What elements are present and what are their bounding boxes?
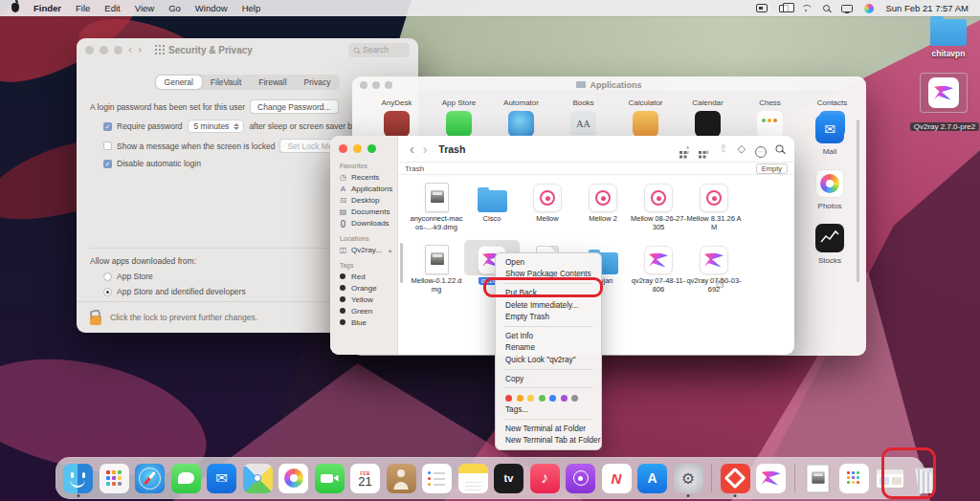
dock-contacts[interactable] xyxy=(386,461,417,495)
checkbox-checked[interactable]: ✓ xyxy=(103,160,112,168)
sidebar-item-documents[interactable]: ▤Documents xyxy=(330,206,397,217)
dock-mail[interactable]: ✉ xyxy=(206,461,237,495)
unlocked-padlock-icon[interactable] xyxy=(90,316,101,325)
sidebar-tag-blue[interactable]: Blue xyxy=(330,316,397,328)
dock-finder[interactable] xyxy=(62,461,94,495)
dock-minimized-window[interactable] xyxy=(874,461,905,495)
menu-finder[interactable]: Finder xyxy=(33,3,61,13)
app-icon[interactable] xyxy=(757,111,783,137)
empty-trash-button[interactable]: Empty xyxy=(756,163,788,174)
menu-item-open[interactable]: Open xyxy=(496,256,601,269)
mission-control-icon[interactable] xyxy=(779,5,789,12)
app-mellow[interactable]: Mellow xyxy=(520,178,575,224)
dock-music[interactable]: ♪ xyxy=(529,461,561,495)
dock-podcasts[interactable] xyxy=(565,461,596,495)
sidebar-item-desktop[interactable]: ⊡Desktop xyxy=(330,194,397,206)
menu-go[interactable]: Go xyxy=(168,3,181,13)
back-button[interactable]: ‹ xyxy=(128,45,132,54)
scrollbar[interactable] xyxy=(857,120,859,282)
app-mellow-4[interactable]: Mellow 8.31.26 AM xyxy=(686,178,742,231)
input-source-icon[interactable] xyxy=(756,4,768,12)
menu-edit[interactable]: Edit xyxy=(104,3,120,13)
dock-app-store[interactable]: A xyxy=(636,461,668,495)
app-icon[interactable] xyxy=(508,111,534,137)
back-button[interactable]: ‹ xyxy=(410,143,414,155)
tab-filevault[interactable]: FileVault xyxy=(202,76,250,89)
tag-color-purple[interactable] xyxy=(561,395,568,402)
menu-window[interactable]: Window xyxy=(195,3,228,13)
tag-color-yellow[interactable] xyxy=(527,395,534,402)
tag-color-blue[interactable] xyxy=(549,395,556,402)
menu-item-new-terminal-tab[interactable]: New Terminal Tab at Folder xyxy=(496,435,601,447)
menu-clock[interactable]: Sun Feb 21 7:57 AM xyxy=(885,3,969,13)
books-app-icon[interactable]: AA xyxy=(570,111,596,137)
desktop-icon-qv2ray-label[interactable]: Qv2ray 2.7.0-pre2 xyxy=(905,116,980,133)
zoom-button[interactable] xyxy=(114,46,122,54)
sidebar-item-downloads[interactable]: ↓Downloads xyxy=(330,217,397,229)
menu-item-copy[interactable]: Copy xyxy=(496,373,601,385)
search-field[interactable]: Search xyxy=(348,43,410,57)
radio-selected[interactable] xyxy=(103,288,112,296)
app-label-contacts[interactable]: Contacts xyxy=(801,98,863,107)
menu-item-get-info[interactable]: Get Info xyxy=(496,330,601,342)
menu-item-rename[interactable]: Rename xyxy=(496,342,601,355)
menu-file[interactable]: File xyxy=(76,3,90,13)
share-icon[interactable]: ⇧ xyxy=(719,142,727,155)
dock-downloads-stack[interactable] xyxy=(838,461,870,495)
dock-dmg-file[interactable] xyxy=(802,461,834,495)
sidebar-tag-red[interactable]: Red xyxy=(330,271,397,282)
close-button[interactable] xyxy=(339,144,347,153)
more-actions-button[interactable]: ⋯ xyxy=(755,141,767,158)
menu-item-tags[interactable]: Tags... xyxy=(496,403,601,416)
app-label-calendar[interactable]: Calendar xyxy=(677,98,739,107)
dock-facetime[interactable] xyxy=(314,461,345,495)
app-icon[interactable] xyxy=(446,111,472,137)
dock-calendar[interactable]: FEB21 xyxy=(349,461,381,495)
menu-item-put-back[interactable]: Put Back xyxy=(496,287,601,299)
app-qv2ray-3[interactable]: qv2ray 07-50-03-692 xyxy=(686,240,742,294)
minimize-button[interactable] xyxy=(353,144,362,153)
tab-privacy[interactable]: Privacy xyxy=(296,76,340,89)
close-button[interactable] xyxy=(85,46,94,54)
menu-item-show-package-contents[interactable]: Show Package Contents xyxy=(496,269,601,281)
menu-item-quick-look[interactable]: Quick Look "qv2ray" xyxy=(496,354,601,366)
sidebar-tag-yellow[interactable]: Yellow xyxy=(330,294,397,305)
sidebar-item-qv2ray-volume[interactable]: ◫Qv2ray...▴ xyxy=(330,244,397,255)
siri-icon[interactable] xyxy=(864,4,874,13)
dock-system-preferences[interactable]: ⚙ xyxy=(673,461,704,495)
show-all-icon[interactable] xyxy=(155,45,157,47)
dock-tv[interactable]: tv xyxy=(493,461,524,495)
view-options-button[interactable]: ∧∨ xyxy=(679,141,689,158)
sidebar-tag-green[interactable]: Green xyxy=(330,305,397,316)
apple-menu[interactable] xyxy=(11,3,19,14)
display-icon[interactable] xyxy=(841,5,853,12)
wifi-icon[interactable] xyxy=(800,4,812,12)
app-label-app-store[interactable]: App Store xyxy=(428,98,490,107)
scrollbar[interactable] xyxy=(400,243,403,283)
app-label-anydesk[interactable]: AnyDesk xyxy=(366,98,428,107)
app-mellow-3[interactable]: Mellow 08-26-27-305 xyxy=(631,178,686,231)
search-icon[interactable] xyxy=(775,144,783,152)
app-icon[interactable] xyxy=(633,111,658,137)
menu-view[interactable]: View xyxy=(135,3,154,13)
forward-button[interactable]: › xyxy=(138,45,142,54)
anydesk-app-icon[interactable] xyxy=(384,111,410,137)
eject-icon[interactable]: ▴ xyxy=(389,248,391,252)
tags-icon[interactable]: ◇ xyxy=(738,142,746,155)
app-mellow-2[interactable]: Mellow 2 xyxy=(575,178,631,224)
group-button[interactable]: ∨ xyxy=(699,141,709,158)
change-password-button[interactable]: Change Password... xyxy=(250,99,339,114)
app-label-calculator[interactable]: Calculator xyxy=(614,98,677,107)
app-icon[interactable] xyxy=(695,111,721,137)
desktop-icon-chitavpn[interactable]: chitavpn xyxy=(921,19,976,58)
checkbox-unchecked[interactable] xyxy=(103,142,112,150)
tag-color-gray[interactable] xyxy=(571,395,578,402)
forward-button[interactable]: › xyxy=(423,143,428,155)
dock-notes[interactable] xyxy=(457,461,489,495)
app-label-books[interactable]: Books xyxy=(552,98,614,107)
folder-cisco[interactable]: Cisco xyxy=(464,178,520,224)
tag-color-orange[interactable] xyxy=(517,395,523,402)
spotlight-search-icon[interactable] xyxy=(823,5,830,11)
tag-color-red[interactable] xyxy=(505,395,512,402)
sidebar-item-recents[interactable]: ◷Recents xyxy=(330,171,397,183)
